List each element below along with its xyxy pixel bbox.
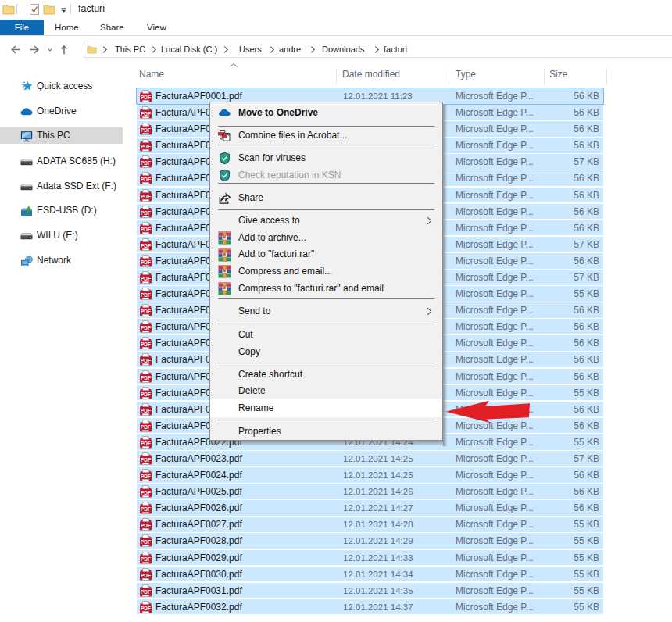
svg-text:PDF: PDF <box>140 242 150 248</box>
svg-text:PDF: PDF <box>140 111 150 116</box>
svg-text:PDF: PDF <box>140 539 150 545</box>
svg-text:PDF: PDF <box>140 572 150 577</box>
svg-text:PDF: PDF <box>140 341 150 347</box>
svg-text:PDF: PDF <box>140 588 150 594</box>
svg-text:PDF: PDF <box>140 374 150 380</box>
svg-text:PDF: PDF <box>140 160 150 166</box>
svg-text:PDF: PDF <box>140 95 150 100</box>
svg-text:PDF: PDF <box>140 259 150 264</box>
svg-text:PDF: PDF <box>140 177 150 182</box>
svg-text:PDF: PDF <box>140 276 150 281</box>
svg-text:PDF: PDF <box>140 127 150 133</box>
svg-text:PDF: PDF <box>140 523 150 528</box>
svg-text:PDF: PDF <box>140 358 150 363</box>
svg-text:PDF: PDF <box>140 391 150 396</box>
svg-text:PDF: PDF <box>140 605 150 610</box>
svg-text:PDF: PDF <box>140 209 150 215</box>
svg-text:PDF: PDF <box>140 457 150 463</box>
svg-text:PDF: PDF <box>140 226 150 231</box>
svg-text:PDF: PDF <box>140 556 150 561</box>
svg-text:PDF: PDF <box>140 424 150 429</box>
svg-text:PDF: PDF <box>140 440 150 445</box>
svg-text:PDF: PDF <box>140 407 150 413</box>
svg-text:PDF: PDF <box>140 193 150 198</box>
svg-text:PDF: PDF <box>140 292 150 298</box>
svg-text:PDF: PDF <box>140 506 150 512</box>
svg-text:PDF: PDF <box>140 309 150 314</box>
svg-text:PDF: PDF <box>140 325 150 331</box>
svg-text:PDF: PDF <box>140 144 150 149</box>
svg-text:PDF: PDF <box>140 474 150 479</box>
svg-text:PDF: PDF <box>140 490 150 495</box>
